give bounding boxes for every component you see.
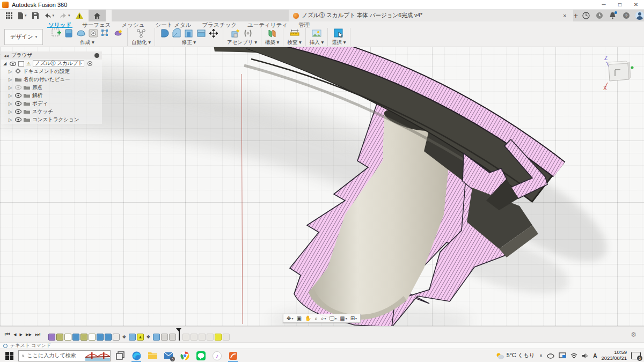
expand-icon[interactable]: ◢	[3, 61, 8, 66]
browser-item-2[interactable]: ▷原点	[1, 84, 102, 92]
timeline-feature-suppressed-5[interactable]	[223, 334, 230, 341]
account-avatar[interactable]	[635, 11, 644, 20]
primitive-star-icon[interactable]	[113, 28, 123, 39]
timeline-feature-suppressed-0[interactable]	[182, 334, 189, 341]
visibility-eye-icon[interactable]	[15, 117, 21, 123]
timeline-feature-13[interactable]	[153, 334, 160, 341]
tool-group-label[interactable]: 選択 ▾	[332, 39, 346, 46]
tool-group-label[interactable]: 作成 ▾	[80, 39, 94, 46]
insert-image-icon[interactable]	[311, 28, 322, 39]
tool-group-label[interactable]: 検査 ▾	[287, 39, 301, 46]
text-command-bar[interactable]: テキスト コマンド	[0, 342, 644, 349]
timeline-feature-suppressed-2[interactable]	[199, 334, 206, 341]
form-icon[interactable]	[76, 28, 86, 39]
look-at-icon[interactable]: ▣	[295, 315, 302, 321]
browser-options-icon[interactable]	[94, 53, 99, 58]
document-tab[interactable]: ノズル① スカルプト 本体 バージョン6完成 v4* ×	[289, 10, 573, 21]
new-document-button[interactable]: +	[573, 10, 579, 21]
mail-icon[interactable]: 5	[162, 349, 175, 362]
grid-settings-icon[interactable]: ▦▾	[339, 315, 348, 321]
expand-icon[interactable]: ▷	[9, 77, 13, 82]
record-icon[interactable]	[88, 28, 99, 39]
tool-group-label[interactable]: 自動化 ▾	[131, 39, 151, 46]
start-button[interactable]	[0, 349, 18, 362]
activate-radio-icon[interactable]	[87, 61, 92, 66]
timeline-feature-11[interactable]: ▲	[137, 334, 144, 341]
tool-group-label[interactable]: 構築 ▾	[265, 39, 279, 46]
taskbar-clock[interactable]: 10:59 2023/08/21	[601, 350, 627, 361]
tool-group-label[interactable]: 挿入 ▾	[310, 39, 324, 46]
fillet-icon[interactable]	[171, 28, 182, 39]
line-icon[interactable]	[194, 349, 207, 362]
fit-icon[interactable]: ⌕▾	[320, 315, 327, 322]
timeline-feature-6[interactable]	[97, 334, 104, 341]
timeline-feature-15[interactable]	[169, 334, 176, 341]
job-status-icon[interactable]	[595, 12, 603, 20]
design-workspace-menu[interactable]: デザイン▾	[4, 29, 43, 45]
select-icon[interactable]	[333, 28, 344, 39]
viewport[interactable]: ◂◂ ブラウザ ◢ ⚠ ノズル① スカルプト 本体 バージ... ▷ドキュメント…	[0, 47, 644, 326]
browser-item-3[interactable]: ▷解析	[1, 92, 102, 100]
document-close-icon[interactable]: ×	[561, 12, 568, 19]
onedrive-icon[interactable]	[547, 352, 554, 359]
expand-icon[interactable]: ▷	[9, 69, 13, 74]
timeline-feature-9[interactable]: ✥	[121, 334, 128, 341]
move-icon[interactable]	[208, 28, 219, 39]
tool-group-label[interactable]: 修正 ▾	[182, 39, 196, 46]
automate-icon[interactable]	[136, 28, 147, 39]
display-icon[interactable]	[559, 352, 566, 359]
ime-indicator[interactable]: A	[593, 353, 597, 359]
notification-bell-icon[interactable]	[609, 12, 617, 20]
visibility-eye-icon[interactable]	[15, 93, 21, 99]
view-cube[interactable]: Z X	[597, 53, 634, 90]
expand-icon[interactable]: ▷	[9, 109, 13, 114]
extrude-icon[interactable]	[63, 28, 74, 39]
step-back-button[interactable]: ◂	[12, 331, 18, 338]
maximize-button[interactable]: □	[612, 0, 628, 10]
task-view-icon[interactable]	[114, 349, 127, 362]
browser-item-1[interactable]: ▷名前の付いたビュー	[1, 76, 102, 84]
close-button[interactable]: ✕	[628, 0, 644, 10]
app-grid-icon[interactable]	[6, 12, 12, 19]
browser-item-6[interactable]: ▷コンストラクション	[1, 116, 102, 124]
timeline-feature-3[interactable]	[72, 334, 79, 341]
timeline-feature-12[interactable]: ✥	[145, 334, 152, 341]
timeline-settings-gear-icon[interactable]: ⚙	[631, 331, 636, 338]
weather-widget[interactable]: 5°C くもり	[496, 352, 535, 359]
new-component-icon[interactable]	[230, 28, 241, 39]
wifi-icon[interactable]	[570, 353, 577, 359]
fusion360-icon[interactable]	[226, 349, 239, 362]
joint-icon[interactable]	[243, 28, 253, 39]
help-icon[interactable]: ?	[622, 12, 630, 20]
mesh-icon[interactable]	[100, 28, 111, 39]
display-settings-icon[interactable]: 🖵▾	[328, 315, 338, 322]
timeline-feature-4[interactable]	[80, 334, 87, 341]
pan-icon[interactable]: ✋	[304, 315, 312, 321]
press-pull-icon[interactable]	[159, 28, 170, 39]
create-sketch-icon[interactable]	[51, 28, 62, 39]
orbit-icon[interactable]: ✥▾	[286, 315, 294, 321]
visibility-eye-icon[interactable]	[15, 85, 21, 91]
step-forward-button[interactable]: ▸▸	[24, 331, 33, 338]
timeline-feature-suppressed-3[interactable]	[207, 334, 214, 341]
undo-icon[interactable]: ▾	[44, 13, 55, 19]
chrome-icon[interactable]	[178, 349, 191, 362]
expand-icon[interactable]: ▷	[9, 117, 13, 122]
measure-icon[interactable]	[289, 28, 300, 39]
expand-icon[interactable]: ▷	[9, 85, 13, 90]
timeline-feature-suppressed-4[interactable]	[215, 334, 222, 341]
visibility-eye-icon[interactable]	[10, 62, 16, 66]
timeline-feature-suppressed-1[interactable]	[191, 334, 197, 341]
visibility-eye-icon[interactable]	[15, 109, 21, 115]
taskbar-search-input[interactable]: ⌕ ここに入力して検索	[18, 350, 111, 361]
tool-group-label[interactable]: アセンブリ ▾	[227, 39, 257, 46]
redo-icon[interactable]: ▾	[60, 13, 70, 19]
timeline-feature-5[interactable]	[89, 334, 96, 341]
timeline-position-marker[interactable]	[179, 329, 180, 341]
expand-icon[interactable]: ▷	[9, 101, 13, 106]
browser-root-row[interactable]: ◢ ⚠ ノズル① スカルプト 本体 バージ...	[1, 60, 102, 68]
expand-icon[interactable]: ▷	[9, 93, 13, 98]
timeline-feature-8[interactable]	[113, 334, 120, 341]
timeline-feature-10[interactable]	[129, 334, 136, 341]
warning-icon[interactable]	[76, 12, 83, 19]
